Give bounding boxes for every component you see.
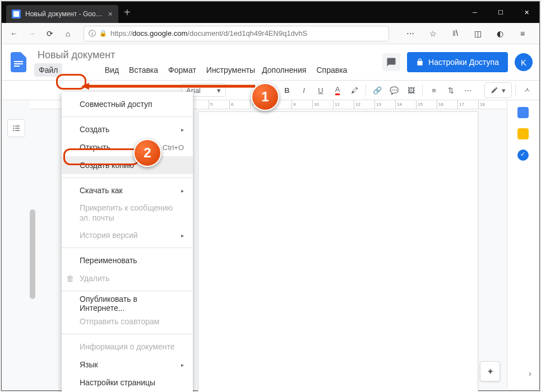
home-button[interactable]: ⌂ <box>60 26 76 41</box>
tab-title: Новый документ - Google Док <box>25 10 104 18</box>
file-menu-dropdown: Совместный доступ Создать▸ ОткрытьCtrl+O… <box>62 92 193 392</box>
site-info-icon[interactable]: ⓘ <box>89 29 96 39</box>
docs-header: Новый документ Файл Правка Вид Вставка Ф… <box>2 44 539 80</box>
svg-rect-2 <box>14 66 20 67</box>
menu-insert[interactable]: Вставка <box>124 63 163 77</box>
tasks-addon-icon[interactable] <box>517 150 529 161</box>
menu-divider <box>62 178 193 178</box>
insert-comment-button[interactable]: 💬 <box>386 82 402 98</box>
comment-icon <box>386 57 396 67</box>
menu-help[interactable]: Справка <box>312 63 352 77</box>
comments-button[interactable] <box>382 53 400 71</box>
align-button[interactable]: ≡ <box>426 82 442 98</box>
collapse-side-panel-icon[interactable]: › <box>529 369 531 378</box>
menu-rename[interactable]: Переименовать <box>62 251 193 269</box>
menu-file[interactable]: Файл <box>34 63 62 77</box>
menu-language[interactable]: Язык▸ <box>62 356 193 374</box>
menu-divider <box>62 291 193 291</box>
menu-page-setup[interactable]: Настройки страницы <box>62 374 193 391</box>
line-spacing-button[interactable]: ⇅ <box>443 82 459 98</box>
window-controls: ─ ☐ ✕ <box>462 2 539 23</box>
svg-rect-1 <box>14 63 23 64</box>
share-label: Настройки Доступа <box>428 58 499 67</box>
submenu-arrow-icon: ▸ <box>181 127 184 133</box>
lock-icon: 🔒 <box>99 30 107 37</box>
svg-rect-7 <box>13 130 15 130</box>
menu-version-history[interactable]: История версий▸ <box>62 226 193 244</box>
svg-marker-10 <box>81 83 89 90</box>
outline-toggle-button[interactable] <box>7 119 25 137</box>
menu-document-details[interactable]: Информация о документе <box>62 338 193 356</box>
menu-divider <box>62 116 193 117</box>
svg-rect-4 <box>15 125 20 126</box>
menu-icon[interactable]: ≡ <box>515 26 530 41</box>
svg-rect-5 <box>13 128 15 128</box>
sidebar-icon[interactable]: ◫ <box>470 26 485 41</box>
menu-publish[interactable]: Опубликовать в Интернете... <box>62 295 193 312</box>
back-button[interactable]: ← <box>6 26 22 41</box>
insert-link-button[interactable]: 🔗 <box>369 82 385 98</box>
svg-rect-8 <box>15 130 20 130</box>
menu-open[interactable]: ОткрытьCtrl+O <box>62 138 193 156</box>
calendar-addon-icon[interactable] <box>517 107 529 118</box>
insert-image-button[interactable]: 🖼 <box>403 82 419 98</box>
keep-addon-icon[interactable] <box>517 128 529 139</box>
library-icon[interactable]: ⦀\ <box>447 26 463 41</box>
annotation-arrow <box>81 82 255 91</box>
menu-email-collaborators[interactable]: Отправить соавторам <box>62 312 193 330</box>
text-color-button[interactable]: A <box>330 82 345 98</box>
user-avatar[interactable]: K <box>515 53 533 71</box>
menu-share[interactable]: Совместный доступ <box>62 95 193 113</box>
menu-addons[interactable]: Дополнения <box>257 63 311 77</box>
bookmark-icon[interactable]: ☆ <box>425 26 441 41</box>
underline-button[interactable]: U <box>313 82 329 98</box>
menu-delete[interactable]: 🗑Удалить <box>62 269 193 287</box>
forward-button[interactable]: → <box>24 26 40 41</box>
docs-logo[interactable] <box>8 49 29 76</box>
more-actions-icon[interactable]: ⋯ <box>403 26 418 41</box>
menu-divider <box>62 334 193 334</box>
new-tab-button[interactable]: + <box>124 6 131 19</box>
hide-menus-button[interactable]: ㅅ <box>519 82 535 98</box>
outline-icon <box>12 124 21 133</box>
menu-format[interactable]: Формат <box>164 63 201 77</box>
menu-download-as[interactable]: Скачать как▸ <box>62 181 193 199</box>
share-button[interactable]: Настройки Доступа <box>407 52 508 72</box>
explore-button[interactable]: ✦ <box>480 361 500 381</box>
annotation-badge-2: 2 <box>133 139 161 167</box>
menu-new[interactable]: Создать▸ <box>62 120 193 138</box>
editing-mode-select[interactable]: ▾ <box>484 82 512 98</box>
extension-icon[interactable]: ◐ <box>492 26 508 41</box>
document-page[interactable] <box>198 111 478 392</box>
menu-make-copy[interactable]: Создать копию <box>62 156 193 174</box>
document-title[interactable]: Новый документ <box>34 48 382 62</box>
annotation-badge-1: 1 <box>251 83 279 111</box>
chevron-down-icon: ▾ <box>502 86 506 95</box>
reload-button[interactable]: ⟳ <box>42 26 58 41</box>
more-button[interactable]: ⋯ <box>460 82 475 98</box>
submenu-arrow-icon: ▸ <box>181 362 184 368</box>
docs-favicon <box>12 10 21 18</box>
pencil-icon <box>491 86 498 94</box>
close-tab-icon[interactable]: × <box>108 10 113 18</box>
browser-titlebar: Новый документ - Google Док × + ─ ☐ ✕ <box>2 2 539 23</box>
italic-button[interactable]: I <box>296 82 312 98</box>
maximize-button[interactable]: ☐ <box>488 2 514 23</box>
menu-email-attachment[interactable]: Прикрепить к сообщению эл. почты <box>62 199 193 226</box>
browser-tab[interactable]: Новый документ - Google Док × <box>6 5 118 23</box>
menu-tools[interactable]: Инструменты <box>202 63 260 77</box>
svg-rect-6 <box>15 128 20 128</box>
menu-view[interactable]: Вид <box>100 63 123 77</box>
svg-rect-3 <box>13 125 15 126</box>
close-window-button[interactable]: ✕ <box>514 2 539 23</box>
url-text: https://docs.google.com/document/d/1ed1q… <box>110 29 307 38</box>
menu-bar: Файл Правка Вид Вставка Формат Инструмен… <box>34 63 382 77</box>
menu-divider <box>62 248 193 248</box>
highlight-button[interactable]: 🖍 <box>346 82 362 98</box>
url-field[interactable]: ⓘ 🔒 https://docs.google.com/document/d/1… <box>84 26 389 41</box>
side-panel <box>507 100 538 389</box>
lock-icon <box>416 58 424 66</box>
minimize-button[interactable]: ─ <box>462 2 488 23</box>
bold-button[interactable]: B <box>279 82 295 98</box>
trash-icon: 🗑 <box>66 274 74 283</box>
